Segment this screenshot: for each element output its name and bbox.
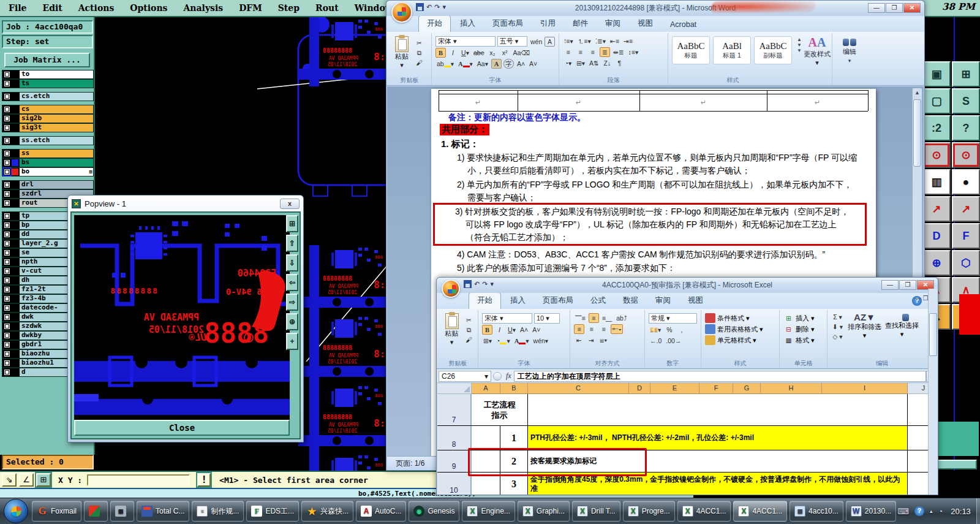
layer-visibility-checkbox[interactable] — [4, 181, 10, 188]
network-tray-icon[interactable]: ◔ — [938, 507, 943, 516]
cad-tool-icon[interactable]: ▢ — [922, 88, 951, 114]
circle-char-icon[interactable]: 字 — [503, 59, 514, 69]
merge-center-icon[interactable]: ⧈▾ — [598, 335, 609, 345]
layer-visibility-checkbox[interactable] — [4, 150, 10, 157]
excel-size-select[interactable]: 10 ▾ — [534, 313, 560, 324]
popview-canvas[interactable]: E204460 ML-6 94V-0 8888 88888888 PPMA3AD… — [74, 215, 290, 421]
taskbar-button[interactable]: ▤ 4acc10... — [790, 501, 843, 522]
cell-styles-button[interactable]: 单元格样式▾ — [705, 335, 775, 345]
genesis-menu-item[interactable]: Rout — [315, 3, 339, 13]
layer-row[interactable]: to — [2, 70, 94, 79]
help-tray-icon[interactable]: ? — [914, 506, 924, 516]
word-ribbon-tab[interactable]: 引用 — [532, 16, 564, 32]
layer-name[interactable]: bs — [20, 159, 93, 167]
currency-icon[interactable]: 💴▾ — [649, 325, 662, 335]
popview-close-button[interactable]: Close — [74, 420, 290, 436]
layer-visibility-checkbox[interactable] — [4, 351, 10, 357]
office-button[interactable] — [391, 2, 412, 23]
excel-align-left-icon[interactable]: ≡ — [574, 324, 584, 334]
word-ribbon-tab[interactable]: 视图 — [630, 16, 661, 32]
taskbar-button[interactable]: A AutoC... — [356, 501, 406, 522]
layer-row[interactable]: ts — [2, 79, 94, 88]
align-left-icon[interactable]: ≡ — [563, 47, 573, 57]
layer-name[interactable]: sig3t — [20, 124, 93, 132]
clear-icon[interactable]: ◇ ▾ — [831, 332, 844, 341]
layer-visibility-checkbox[interactable] — [4, 332, 10, 339]
layer-row[interactable]: ss.etch — [2, 136, 94, 145]
excel-grow-font-icon[interactable]: A˄ — [519, 325, 529, 335]
editing-label[interactable]: 编辑 — [843, 47, 856, 56]
excel-row-7[interactable]: 7 工艺流程 指示 — [437, 394, 937, 426]
cell-c8[interactable]: PTH孔径公差: +/-3mil， NPTH孔径公差: +/-2mil，孔位公差… — [528, 426, 908, 450]
cell-a8[interactable] — [472, 426, 500, 450]
style-card[interactable]: AaBl 标题 1 — [713, 36, 751, 64]
excel-row-8[interactable]: 8 1 PTH孔径公差: +/-3mil， NPTH孔径公差: +/-2mil，… — [437, 426, 937, 450]
wrap-text-icon[interactable]: ⭰▾ — [611, 324, 623, 334]
excel-ribbon-tab[interactable]: 公式 — [582, 293, 614, 309]
style-card[interactable]: AaBbC 标题 — [672, 36, 710, 64]
layer-visibility-checkbox[interactable] — [4, 305, 10, 311]
layer-name[interactable]: bo — [20, 168, 93, 176]
excel-format-painter-icon[interactable]: 🖌 — [464, 335, 474, 344]
excel-copy-icon[interactable]: ⧉ — [464, 325, 474, 335]
layer-visibility-checkbox[interactable] — [4, 360, 10, 366]
layer-visibility-checkbox[interactable] — [4, 249, 10, 256]
layer-visibility-checkbox[interactable] — [4, 341, 10, 348]
excel-save-icon[interactable] — [464, 280, 472, 288]
fill-icon[interactable]: ⬇ ▾ — [831, 322, 844, 332]
cad-tool-icon[interactable]: ⊕ — [922, 250, 951, 276]
layer-visibility-checkbox[interactable] — [4, 106, 10, 113]
format-painter-icon[interactable]: 🖌 — [414, 58, 424, 67]
excel-restore-button[interactable]: ❐ — [899, 280, 916, 290]
layer-name[interactable]: cs.etch — [20, 93, 93, 101]
name-box[interactable]: C26▾ — [439, 371, 491, 382]
change-styles-button[interactable]: AA 更改样式▾ — [800, 36, 834, 67]
number-format-select[interactable]: 常规 ▾ — [649, 313, 697, 324]
redo-icon[interactable]: ↷ — [434, 3, 440, 11]
excel-paste-button[interactable]: 粘贴▾ — [442, 313, 462, 346]
autosum-icon[interactable]: Σ ▾ — [831, 312, 844, 322]
format-as-table-button[interactable]: 套用表格格式▾ — [705, 324, 775, 334]
layer-name[interactable]: to — [20, 70, 93, 78]
layer-name[interactable]: ts — [20, 80, 93, 88]
layer-visibility-checkbox[interactable] — [4, 71, 10, 78]
find-icon[interactable] — [843, 39, 856, 46]
layer-visibility-checkbox[interactable] — [4, 213, 10, 219]
shading-icon[interactable]: A — [491, 59, 502, 69]
layer-visibility-checkbox[interactable] — [4, 200, 10, 207]
layer-name[interactable]: sig2b — [20, 115, 93, 123]
align-bottom-icon[interactable]: ≡⎽ — [601, 313, 614, 323]
excel-title-bar[interactable]: ↶ ↷ ▾ 4ACC100QA0-预审指示 [兼容模式] - Microsoft… — [437, 278, 938, 293]
excel-qat-dropdown-icon[interactable]: ▾ — [490, 280, 494, 288]
popview-view-button[interactable]: ⇨ — [286, 294, 298, 311]
sort-icon[interactable]: A⇅ — [588, 58, 600, 68]
word-ribbon-tab[interactable]: 邮件 — [565, 16, 596, 32]
layer-row[interactable]: cs.etch — [2, 92, 94, 101]
excel-bold-icon[interactable]: B — [482, 325, 492, 335]
insert-cells-button[interactable]: ⊞ 插入▾ — [783, 313, 823, 323]
layer-visibility-checkbox[interactable] — [4, 93, 10, 100]
multilevel-icon[interactable]: ⁚≣▾ — [594, 36, 607, 46]
genesis-menu-item[interactable]: DFM — [239, 3, 262, 13]
increase-indent-icon[interactable]: ⇥ — [586, 335, 597, 345]
taskbar-button[interactable]: Total C... — [137, 501, 189, 522]
alert-button[interactable]: ! — [197, 473, 211, 487]
taskbar-button[interactable]: G Foxmail — [32, 501, 81, 522]
align-center-icon[interactable]: ≡ — [575, 47, 586, 57]
layer-visibility-checkbox[interactable] — [4, 277, 10, 284]
taskbar-button[interactable]: X Drill T... — [572, 501, 620, 522]
taskbar-button[interactable]: ▦ — [110, 501, 134, 522]
superscript-icon[interactable]: x² — [500, 48, 510, 58]
increase-indent-icon[interactable]: ⇥≡ — [622, 36, 634, 46]
word-title-bar[interactable]: ↶ ↷ ▾ 20130912102244898 [兼容模式] - Microso… — [386, 1, 924, 16]
sort-filter-button[interactable]: AZ▼ 排序和筛选▾ — [848, 312, 881, 341]
column-header[interactable]: F — [699, 383, 733, 394]
keyboard-tray-icon[interactable]: ⌨ — [897, 507, 909, 516]
conditional-format-button[interactable]: 条件格式▾ — [705, 313, 775, 323]
excel-scrollbar[interactable] — [928, 289, 938, 495]
layer-visibility-checkbox[interactable] — [4, 191, 10, 197]
row-header[interactable]: 8 — [437, 426, 472, 450]
strikethrough-icon[interactable]: abe — [472, 48, 486, 58]
taskbar-button[interactable]: X Graphi... — [518, 501, 570, 522]
line-spacing-icon[interactable]: ↕≡▾ — [627, 47, 640, 57]
